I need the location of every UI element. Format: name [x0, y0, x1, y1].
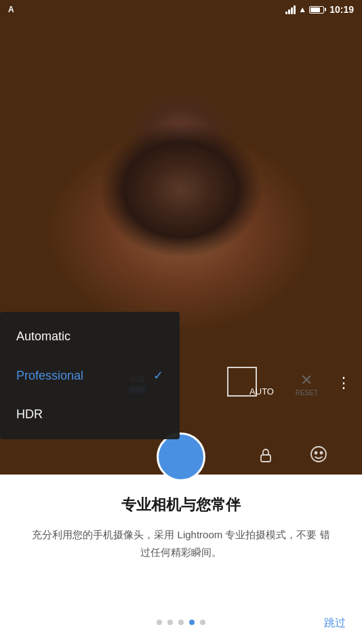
more-button[interactable]: ⋮ — [336, 374, 351, 392]
dot-4 — [189, 620, 195, 625]
dot-1 — [157, 620, 162, 625]
battery-icon — [309, 6, 324, 14]
professional-label: Professional — [16, 369, 83, 383]
shutter-area — [0, 434, 362, 475]
signal-icon — [285, 5, 296, 14]
onboarding-title: 专业相机与您常伴 — [121, 495, 241, 515]
automatic-label: Automatic — [16, 329, 71, 344]
reset-button[interactable]: ✕ RESET — [296, 371, 318, 397]
reset-icon: ✕ — [300, 371, 313, 389]
shutter-button[interactable] — [157, 432, 205, 481]
onboarding-description: 充分利用您的手机摄像头，采用 Lightroom 专业拍摄模式，不要 错过任何精… — [27, 526, 335, 561]
face-detect-button[interactable] — [309, 445, 328, 468]
camera-mode-dropdown: Automatic Professional ✓ HDR — [0, 312, 180, 439]
dot-5 — [200, 620, 205, 625]
mode-automatic[interactable]: Automatic — [0, 317, 180, 356]
lock-button[interactable] — [258, 447, 274, 468]
skip-button[interactable]: 跳过 — [324, 616, 346, 630]
pagination-dots — [157, 620, 205, 625]
app-indicator: A — [8, 5, 14, 14]
focus-frame — [227, 367, 257, 397]
status-bar: A ▲ 10:19 — [0, 0, 362, 19]
check-icon: ✓ — [153, 368, 163, 383]
reset-label: RESET — [296, 389, 318, 397]
hdr-label: HDR — [16, 407, 43, 422]
svg-point-1 — [311, 447, 326, 462]
svg-point-3 — [321, 452, 323, 454]
mode-professional[interactable]: Professional ✓ — [0, 356, 180, 395]
wifi-icon: ▲ — [298, 5, 306, 14]
status-right: ▲ 10:19 — [285, 4, 354, 15]
onboarding-section: 专业相机与您常伴 充分利用您的手机摄像头，采用 Lightroom 专业拍摄模式… — [0, 475, 362, 644]
time-display: 10:19 — [329, 4, 354, 15]
more-icon: ⋮ — [336, 374, 351, 391]
mode-hdr[interactable]: HDR — [0, 395, 180, 434]
dot-2 — [167, 620, 173, 625]
svg-point-2 — [315, 452, 317, 454]
svg-rect-0 — [261, 455, 270, 462]
status-left: A — [8, 5, 14, 14]
dot-3 — [178, 620, 184, 625]
